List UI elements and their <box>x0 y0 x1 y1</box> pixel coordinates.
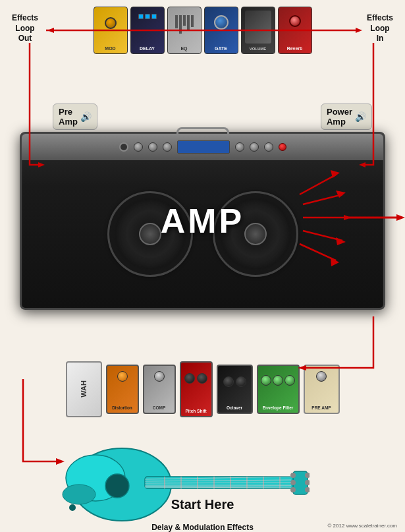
pedal-mod: MOD <box>94 7 128 54</box>
envelope-label: Envelope Filter <box>258 405 298 410</box>
gate-label: GATE <box>215 46 227 51</box>
power-amp-text: PowerAmp <box>327 107 352 127</box>
preamp-label: PRE AMP <box>305 405 338 410</box>
eq-bar-1 <box>175 15 178 28</box>
volume-body <box>245 11 271 44</box>
svg-point-14 <box>290 480 296 485</box>
delay-label: DELAY <box>140 46 155 51</box>
delay-lights <box>138 14 157 19</box>
pitch-knobs <box>184 368 207 384</box>
mod-knob <box>105 17 117 29</box>
octaver-knob-2 <box>236 376 246 387</box>
envelope-knob-3 <box>284 375 295 386</box>
pedal-volume: VOLUME <box>241 7 275 54</box>
pedal-gate: GATE <box>204 7 238 54</box>
delay-light-1 <box>138 14 144 19</box>
pre-amp-text: PreAmp <box>59 107 78 127</box>
comp-label: COMP <box>144 405 175 410</box>
top-pedals-row: MOD DELAY EQ GATE VOLUME Reverb <box>46 7 359 54</box>
pedal-eq: EQ <box>167 7 202 54</box>
octaver-knob-1 <box>223 376 234 387</box>
pedal-wah: WAH <box>66 361 102 417</box>
pedal-comp: COMP <box>143 365 176 414</box>
amp-knob-5 <box>250 142 259 152</box>
pedal-reverb: Reverb <box>278 7 312 54</box>
start-here-label: Start Here <box>171 497 234 512</box>
pedal-pitch-shift: Pitch Shift <box>180 361 213 417</box>
octaver-label: Octaver <box>218 405 252 410</box>
svg-point-13 <box>290 473 296 478</box>
envelope-knob-1 <box>261 375 271 386</box>
eq-bar-5 <box>191 15 194 27</box>
eq-bars <box>175 15 194 34</box>
mod-label: MOD <box>105 46 115 51</box>
distortion-label: Distortion <box>107 405 138 410</box>
speaker-left <box>107 191 193 277</box>
gate-knob <box>214 15 229 30</box>
pre-amp-speaker-icon: 🔊 <box>80 111 92 122</box>
envelope-knobs <box>261 370 295 386</box>
amp-knob-4 <box>235 142 244 152</box>
pedal-envelope-filter: Envelope Filter <box>257 365 300 414</box>
svg-point-2 <box>105 474 129 498</box>
volume-label: VOLUME <box>250 47 267 51</box>
amp-body: AMP <box>20 132 385 310</box>
speaker-right <box>213 191 298 277</box>
effects-chain-label: Delay & Modulation Effects <box>46 523 359 532</box>
copyright-label: © 2012 www.scaletrainer.com <box>328 523 398 529</box>
power-amp-speaker-icon: 🔊 <box>355 111 366 122</box>
pedal-octaver: Octaver <box>217 365 253 414</box>
amp-knob-6 <box>264 142 273 152</box>
envelope-knob-2 <box>273 375 283 386</box>
guitar-illustration <box>20 432 310 524</box>
amp-knob-2 <box>148 142 157 152</box>
svg-point-19 <box>63 485 95 504</box>
amp-input-jack <box>119 142 128 152</box>
distortion-knob <box>117 371 128 382</box>
eq-bar-2 <box>179 15 182 34</box>
delay-light-3 <box>151 14 157 19</box>
amp-knob-3 <box>163 142 172 152</box>
power-amp-label: PowerAmp 🔊 <box>321 103 372 130</box>
effects-loop-out-label: EffectsLoopOut <box>5 13 45 44</box>
octaver-knobs <box>223 371 246 387</box>
effects-loop-in-label: EffectsLoopIn <box>360 13 400 44</box>
pitch-knob-2 <box>197 373 207 384</box>
reverb-knob <box>289 15 301 27</box>
amp-red-indicator <box>279 143 286 151</box>
amp-area: PreAmp 🔊 PowerAmp 🔊 AMP <box>13 96 392 326</box>
comp-knob <box>154 371 165 382</box>
wah-label: WAH <box>80 380 88 398</box>
eq-bar-4 <box>187 15 190 31</box>
amp-knob-1 <box>134 142 143 152</box>
pedal-distortion: Distortion <box>106 365 139 414</box>
pedal-delay: DELAY <box>130 7 165 54</box>
amp-display <box>177 140 230 154</box>
pitch-knob-1 <box>184 373 195 384</box>
eq-label: EQ <box>180 46 187 51</box>
reverb-label: Reverb <box>287 46 303 51</box>
eq-bar-3 <box>183 15 186 26</box>
amp-top-panel <box>22 134 383 160</box>
svg-point-15 <box>290 487 296 492</box>
bottom-pedals-area: WAH Distortion COMP Pitch Shift Octaver … <box>20 356 385 422</box>
pitch-label: Pitch Shift <box>181 409 211 413</box>
preamp-knob <box>316 371 327 382</box>
svg-point-20 <box>69 504 76 511</box>
pre-amp-label: PreAmp 🔊 <box>53 103 97 130</box>
delay-light-2 <box>145 14 150 19</box>
svg-marker-43 <box>396 214 405 221</box>
pedal-pre-amp-bottom: PRE AMP <box>304 365 340 414</box>
amp-speakers <box>35 170 370 298</box>
